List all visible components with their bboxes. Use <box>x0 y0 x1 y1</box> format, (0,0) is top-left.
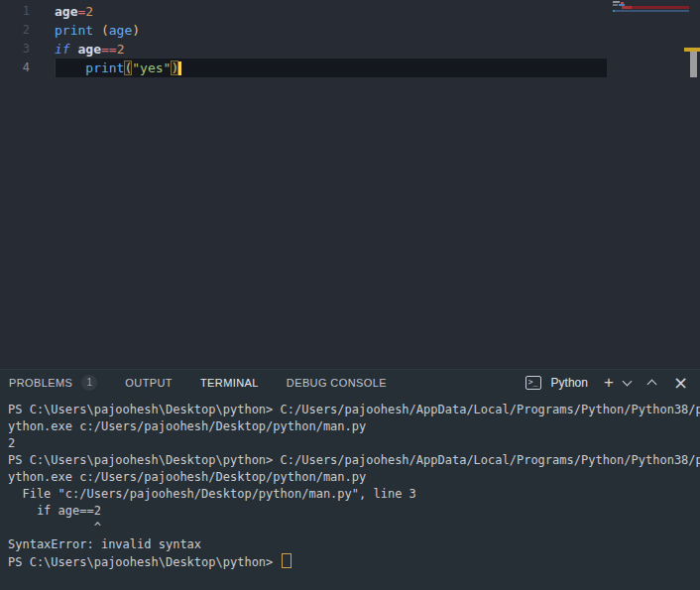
minimap <box>610 0 700 14</box>
minimap-pixel <box>632 6 689 9</box>
terminal-line: PS C:\Users\pajoohesh\Desktop\python> C:… <box>8 402 700 418</box>
terminal-lines: PS C:\Users\pajoohesh\Desktop\python> C:… <box>0 396 700 570</box>
panel-actions: >_ Python + × <box>525 375 688 391</box>
minimap-pixel <box>613 4 618 6</box>
vscode-window: 1age=22print (age)3if age==24 print("yes… <box>0 0 700 590</box>
code-text: print (age) <box>55 21 140 40</box>
terminal-cursor <box>282 553 292 568</box>
pointer-artifact-stem <box>690 52 697 77</box>
minimap-pixel <box>622 6 632 9</box>
code-line[interactable]: 3if age==2 <box>0 40 700 59</box>
tab-terminal-label: TERMINAL <box>200 370 259 396</box>
tab-output[interactable]: OUTPUT <box>125 370 173 396</box>
terminal-line: if age==2 <box>8 503 700 520</box>
terminal-line: ython.exe c:/Users/pajoohesh/Desktop/pyt… <box>8 418 700 435</box>
tab-output-label: OUTPUT <box>125 370 173 396</box>
tab-terminal[interactable]: TERMINAL <box>200 370 259 396</box>
shell-select[interactable]: Python <box>551 376 588 390</box>
new-terminal-button[interactable]: + <box>604 375 614 391</box>
panel-tabs: PROBLEMS 1 OUTPUT TERMINAL DEBUG CONSOLE <box>9 370 387 396</box>
line-number: 3 <box>0 40 30 59</box>
tab-problems[interactable]: PROBLEMS 1 <box>9 370 97 396</box>
line-number: 4 <box>0 59 30 77</box>
editor-cursor <box>178 61 181 75</box>
terminal-icon: >_ <box>525 376 541 390</box>
code-text: age=2 <box>55 2 93 21</box>
minimap-pixel <box>615 10 689 12</box>
bottom-panel: PROBLEMS 1 OUTPUT TERMINAL DEBUG CONSOLE… <box>0 369 700 590</box>
minimap-pixel <box>613 1 620 3</box>
terminal-line: ^ <box>8 520 700 536</box>
terminal-line: SyntaxError: invalid syntax <box>8 536 700 553</box>
terminal-line: PS C:\Users\pajoohesh\Desktop\python> <box>8 553 700 570</box>
tab-problems-label: PROBLEMS <box>9 370 72 396</box>
terminal-line: ython.exe c:/Users/pajoohesh/Desktop/pyt… <box>8 469 700 486</box>
code-lines: 1age=22print (age)3if age==24 print("yes… <box>0 2 700 77</box>
terminal-line: PS C:\Users\pajoohesh\Desktop\python> C:… <box>8 452 700 469</box>
problems-count-badge: 1 <box>81 375 97 391</box>
code-editor[interactable]: 1age=22print (age)3if age==24 print("yes… <box>0 0 700 369</box>
tab-debug-console-label: DEBUG CONSOLE <box>287 370 387 396</box>
chevron-down-icon[interactable] <box>622 377 632 387</box>
terminal-line: 2 <box>8 435 700 452</box>
maximize-panel-icon[interactable] <box>646 380 656 390</box>
terminal-line: File "c:/Users/pajoohesh/Desktop/python/… <box>8 486 700 503</box>
tab-debug-console[interactable]: DEBUG CONSOLE <box>287 370 387 396</box>
close-panel-icon[interactable]: × <box>673 375 688 391</box>
terminal-view[interactable]: PS C:\Users\pajoohesh\Desktop\python> C:… <box>0 396 700 590</box>
code-text: print("yes") <box>55 59 181 77</box>
line-number: 1 <box>0 2 30 21</box>
code-line[interactable]: 4 print("yes") <box>0 59 700 77</box>
pointer-artifact <box>682 47 700 78</box>
panel-header: PROBLEMS 1 OUTPUT TERMINAL DEBUG CONSOLE… <box>0 370 700 396</box>
code-text: if age==2 <box>55 40 124 59</box>
code-line[interactable]: 1age=2 <box>0 2 700 21</box>
line-number: 2 <box>0 21 30 40</box>
code-line[interactable]: 2print (age) <box>0 21 700 40</box>
